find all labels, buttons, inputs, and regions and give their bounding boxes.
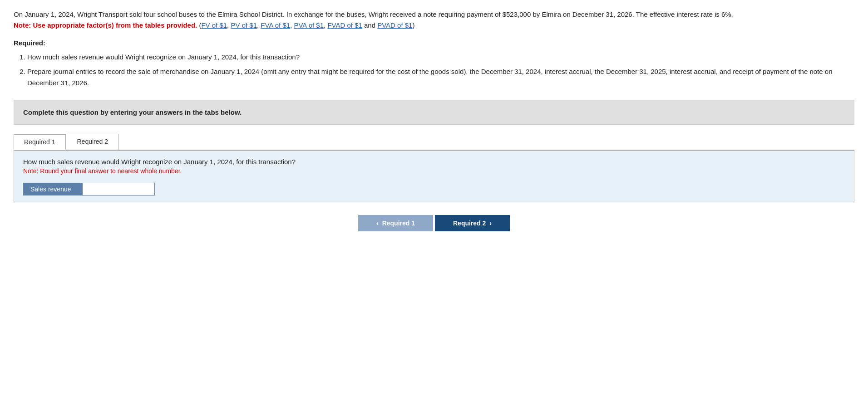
next-button[interactable]: Required 2 › bbox=[435, 215, 510, 231]
link-pva[interactable]: PVA of $1 bbox=[294, 21, 324, 29]
sales-label: Sales revenue bbox=[23, 183, 82, 195]
tab-content-area: How much sales revenue would Wright reco… bbox=[14, 151, 854, 202]
nav-buttons: ‹ Required 1 Required 2 › bbox=[14, 215, 854, 231]
next-chevron-icon: › bbox=[489, 220, 492, 227]
intro-paragraph: On January 1, 2024, Wright Transport sol… bbox=[14, 9, 853, 31]
tabs-row: Required 1 Required 2 bbox=[14, 134, 854, 151]
list-item-2: Prepare journal entries to record the sa… bbox=[27, 66, 854, 89]
tab-required-1[interactable]: Required 1 bbox=[14, 134, 66, 150]
complete-box: Complete this question by entering your … bbox=[14, 100, 854, 125]
intro-text-main: On January 1, 2024, Wright Transport sol… bbox=[14, 10, 733, 18]
prev-button-label: Required 1 bbox=[382, 220, 415, 227]
tab-note-red: Note: Round your final answer to nearest… bbox=[23, 167, 845, 175]
link-fvad[interactable]: FVAD of $1 bbox=[327, 21, 362, 29]
prev-button[interactable]: ‹ Required 1 bbox=[358, 215, 433, 231]
link-pvad[interactable]: PVAD of $1 bbox=[377, 21, 412, 29]
link-fva[interactable]: FVA of $1 bbox=[261, 21, 290, 29]
sales-row: Sales revenue bbox=[23, 183, 845, 195]
link-pv[interactable]: PV of $1 bbox=[231, 21, 257, 29]
sales-revenue-input[interactable] bbox=[82, 183, 155, 195]
next-button-label: Required 2 bbox=[453, 220, 486, 227]
numbered-list: How much sales revenue would Wright reco… bbox=[27, 51, 854, 89]
prev-chevron-icon: ‹ bbox=[376, 220, 379, 227]
tab-question-text: How much sales revenue would Wright reco… bbox=[23, 158, 845, 166]
required-heading: Required: bbox=[14, 39, 854, 47]
link-fv[interactable]: FV of $1 bbox=[201, 21, 227, 29]
tab-required-2[interactable]: Required 2 bbox=[67, 134, 119, 150]
list-item-1: How much sales revenue would Wright reco… bbox=[27, 51, 854, 63]
tabs-container: Required 1 Required 2 How much sales rev… bbox=[14, 134, 854, 202]
note-red-label: Note: Use appropriate factor(s) from the… bbox=[14, 21, 197, 29]
